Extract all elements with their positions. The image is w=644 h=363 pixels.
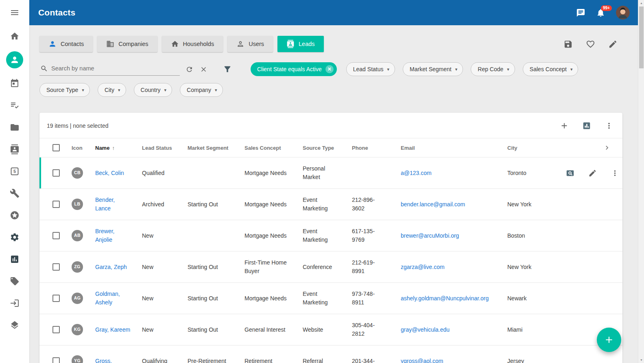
table-row[interactable]: YG Gross, Qualifying Pre-Retirement Reti… <box>39 346 622 363</box>
chevron-right-icon <box>603 144 611 152</box>
tasks-icon[interactable] <box>0 94 29 116</box>
table-row[interactable]: ZG Garza, Zeph New Starting Out First-Ti… <box>39 251 622 283</box>
column-header-phone[interactable]: Phone <box>352 145 401 151</box>
contact-initials-avatar[interactable]: YG <box>72 355 83 363</box>
filter-dropdown-chip[interactable]: City ▾ <box>98 83 126 97</box>
column-header-icon[interactable]: Icon <box>66 145 95 151</box>
tools-icon[interactable] <box>0 182 29 204</box>
email-link[interactable]: brewer@arcuMorbi.org <box>401 232 507 240</box>
filter-funnel-button[interactable] <box>223 65 232 74</box>
five-badge-icon[interactable]: 5 <box>0 160 29 182</box>
filter-dropdown-chip[interactable]: Rep Code ▾ <box>471 62 515 76</box>
notifications-bell-icon[interactable]: 99+ <box>596 8 605 17</box>
table-row[interactable]: LB Bender, Lance Archived Starting Out M… <box>39 189 622 220</box>
row-checkbox[interactable] <box>52 357 60 363</box>
column-header-email[interactable]: Email <box>401 145 507 151</box>
vertical-scrollbar[interactable]: ▲ ▼ <box>638 0 644 363</box>
table-row[interactable]: CB Beck, Colin Qualified Mortgage Needs … <box>39 157 622 189</box>
filter-dropdown-chip[interactable]: Lead Status ▾ <box>346 62 395 76</box>
email-link[interactable]: zgarza@live.com <box>401 263 507 271</box>
contact-initials-avatar[interactable]: KG <box>72 324 83 335</box>
table-row[interactable]: AB Brewer, Anjolie New Mortgage Needs Ev… <box>39 220 622 251</box>
contact-name-link[interactable]: Gray, Kareem <box>95 326 142 334</box>
contact-initials-avatar[interactable]: ZG <box>72 261 83 273</box>
filter-dropdown-chip[interactable]: Market Segment ▾ <box>403 62 463 76</box>
reports-chart-icon[interactable] <box>0 248 29 270</box>
tab-leads[interactable]: Leads <box>277 36 324 52</box>
favorite-button[interactable] <box>586 39 595 49</box>
email-link[interactable]: ygross@aol.com <box>401 357 507 363</box>
edit-contact-button[interactable] <box>588 169 597 177</box>
column-header-market-segment[interactable]: Market Segment <box>188 145 245 151</box>
row-checkbox[interactable] <box>52 169 60 177</box>
tab-households[interactable]: Households <box>162 36 223 52</box>
favorites-star-icon[interactable] <box>0 204 29 226</box>
contact-initials-avatar[interactable]: AB <box>72 230 83 241</box>
scrollbar-thumb[interactable] <box>639 7 644 68</box>
contact-initials-avatar[interactable]: AG <box>72 293 83 304</box>
contact-name-link[interactable]: Goldman, Ashely <box>95 290 142 307</box>
column-header-sales-concept[interactable]: Sales Concept <box>245 145 303 151</box>
contact-name-link[interactable]: Bender, Lance <box>95 196 142 213</box>
filter-dropdown-chip[interactable]: Country ▾ <box>134 83 172 97</box>
table-row[interactable]: AG Goldman, Ashely New Starting Out Mort… <box>39 283 622 314</box>
filter-dropdown-chip[interactable]: Sales Concept ▾ <box>523 62 579 76</box>
applied-filter-chip[interactable]: Client State equals Active ✕ <box>251 62 337 76</box>
folder-icon[interactable] <box>0 116 29 138</box>
tab-contacts[interactable]: Contacts <box>39 36 93 52</box>
messages-icon[interactable] <box>576 8 585 17</box>
save-view-button[interactable] <box>563 39 573 49</box>
email-link[interactable]: bender.lance@gmail.com <box>401 200 507 209</box>
select-all-checkbox[interactable] <box>52 144 60 151</box>
sort-ascending-icon[interactable]: ↑ <box>112 145 115 151</box>
search-input[interactable] <box>51 65 179 72</box>
more-options-button[interactable] <box>605 121 613 130</box>
home-icon[interactable] <box>0 25 29 47</box>
row-checkbox[interactable] <box>52 201 60 208</box>
row-checkbox[interactable] <box>52 295 60 302</box>
contact-card-icon[interactable] <box>0 138 29 160</box>
calendar-icon[interactable] <box>0 72 29 94</box>
column-header-source-type[interactable]: Source Type <box>303 145 352 151</box>
email-link[interactable]: gray@vehicula.edu <box>401 326 507 334</box>
column-header-lead-status[interactable]: Lead Status <box>142 145 188 151</box>
scroll-up-arrow[interactable]: ▲ <box>638 0 644 6</box>
remove-filter-icon[interactable]: ✕ <box>325 65 334 73</box>
contact-name-link[interactable]: Beck, Colin <box>95 169 142 177</box>
row-more-options-button[interactable] <box>611 169 619 177</box>
contact-initials-avatar[interactable]: CB <box>72 167 83 179</box>
filter-dropdown-chip[interactable]: Company ▾ <box>180 83 223 97</box>
email-link[interactable]: ashely.goldman@Nuncpulvinar.org <box>401 294 507 303</box>
edit-view-button[interactable] <box>608 39 618 49</box>
sign-in-icon[interactable] <box>0 292 29 314</box>
add-contact-fab[interactable] <box>597 328 621 352</box>
table-row[interactable]: KG Gray, Kareem New Starting Out General… <box>39 314 622 346</box>
row-checkbox[interactable] <box>52 326 60 333</box>
preview-contact-button[interactable] <box>566 169 574 177</box>
clear-search-button[interactable] <box>200 66 207 73</box>
tab-companies[interactable]: Companies <box>97 36 157 52</box>
contact-initials-avatar[interactable]: LB <box>72 199 83 210</box>
refresh-button[interactable] <box>186 66 193 73</box>
row-checkbox[interactable] <box>52 232 60 239</box>
row-checkbox[interactable] <box>52 263 60 271</box>
chart-view-button[interactable] <box>582 121 591 130</box>
email-link[interactable]: a@123.com <box>401 169 507 177</box>
user-avatar[interactable] <box>616 6 630 20</box>
contacts-icon-active[interactable] <box>0 47 29 72</box>
scroll-down-arrow[interactable]: ▼ <box>638 357 644 363</box>
contact-name-link[interactable]: Gross, <box>95 357 142 363</box>
tab-users[interactable]: Users <box>227 36 273 52</box>
settings-gear-icon[interactable] <box>0 226 29 248</box>
layers-icon[interactable] <box>0 314 29 336</box>
add-item-button[interactable] <box>560 121 569 130</box>
tag-icon[interactable] <box>0 270 29 292</box>
column-header-name[interactable]: Name ↑ <box>95 145 142 151</box>
contact-name-link[interactable]: Brewer, Anjolie <box>95 227 142 244</box>
close-icon <box>200 66 207 73</box>
contact-name-link[interactable]: Garza, Zeph <box>95 263 142 271</box>
hamburger-menu-icon[interactable] <box>0 0 29 25</box>
filter-dropdown-chip[interactable]: Source Type ▾ <box>39 83 90 97</box>
column-header-city[interactable]: City <box>507 145 564 151</box>
more-columns-chevron[interactable] <box>603 144 622 152</box>
